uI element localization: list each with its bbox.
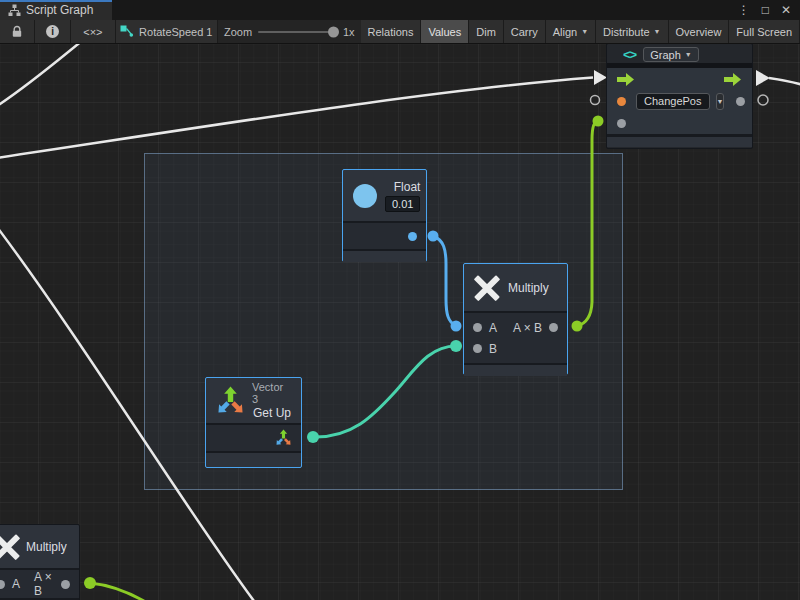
graph-icon [8,4,21,17]
port-result-label: A × B [513,321,542,335]
wire-white-from-graph-output[interactable] [769,78,800,85]
port-a[interactable] [473,323,482,332]
node-footer [464,365,567,376]
wire-endpoint-multiply2-result [84,577,96,589]
toolbar-button-carry[interactable]: Carry [504,20,546,43]
float-icon [353,184,377,208]
port-a-label: A [12,577,20,591]
toolbar-button-dim[interactable]: Dim [469,20,504,43]
unconnected-port-circle-right[interactable] [758,95,768,105]
wire-endpoint-multiply-b [450,340,462,352]
titlebar: Script Graph ⋮ □ ✕ [0,0,800,20]
window-menu-icon[interactable]: ⋮ [738,0,750,20]
float-value-input[interactable]: 0.01 [385,196,420,212]
wire-multiply-to-changepos[interactable] [577,121,598,326]
lock-icon [11,25,23,38]
breadcrumb-label: RotateSpeed 1 [139,26,212,38]
toolbar-button-relations[interactable]: Relations [361,20,422,43]
code-icon: <> [623,47,636,62]
event-input-port[interactable] [617,97,626,106]
multiply2-header: Multiply [0,525,79,568]
code-preview-button[interactable]: <×> [71,20,116,43]
vector3-header: Vector 3 Get Up [206,378,301,423]
port-a[interactable] [0,580,5,589]
float-output-port[interactable] [408,232,417,241]
wire-white-to-graph-input[interactable] [0,78,593,159]
wire-endpoint-changepos-port [593,116,604,127]
node-title: Multiply [508,281,549,295]
script-graph-window: Script Graph ⋮ □ ✕ i <×> Rotate [0,0,800,600]
graph-canvas[interactable]: <> Graph ▼ ChangePos ▼ [0,44,800,600]
close-icon[interactable]: ✕ [781,0,791,20]
unconnected-port-circle-left[interactable] [591,96,600,105]
value-input-port[interactable] [617,119,626,128]
multiply-x-icon [0,535,19,559]
wire-float-to-multiply-a[interactable] [433,236,456,326]
node-title: Multiply [26,540,67,554]
port-result-label: A × B [34,570,54,598]
value-output-port[interactable] [736,97,745,106]
code-tags-icon: <×> [83,26,102,38]
node-footer [343,251,426,262]
zoom-value: 1x [343,26,355,38]
port-result[interactable] [549,323,558,332]
toolbar-button-distribute[interactable]: Distribute▼ [596,20,668,43]
port-b[interactable] [473,344,482,353]
toolbar-button-values[interactable]: Values [421,20,469,43]
wire-endpoint-float-output [428,231,439,242]
zoom-slider[interactable] [258,31,337,33]
info-button[interactable]: i [35,20,71,43]
flow-output-arrowhead [756,70,770,86]
maximize-icon[interactable]: □ [762,0,769,20]
wire-white-topleft[interactable] [0,44,88,108]
zoom-slider-handle[interactable] [328,26,339,37]
vector3-axes-icon [216,385,245,417]
toolbar-buttons: Relations Values Dim Carry Align▼ Distri… [361,20,800,43]
wire-endpoint-multiply-a [451,321,462,332]
port-a-label: A [489,321,497,335]
toolbar-button-overview[interactable]: Overview [669,20,730,43]
wire-getup-to-multiply-b[interactable] [313,346,456,437]
node-multiply-2[interactable]: Multiply A A × B [0,524,80,600]
multiply-header: Multiply [464,264,567,311]
graph-io-body: ChangePos ▼ [607,63,752,134]
lock-button[interactable] [0,20,35,43]
active-tab-indicator [0,0,112,2]
graph-toolbar: i <×> RotateSpeed 1 Zoom 1x Relations Va… [0,20,800,44]
node-vector3-get-up[interactable]: Vector 3 Get Up [205,377,302,468]
tab-script-graph[interactable]: Script Graph [0,0,112,20]
port-b-label: B [489,342,497,356]
wire-endpoint-multiply-result [572,321,583,332]
window-controls: ⋮ □ ✕ [738,0,800,20]
graph-io-header: <> Graph ▼ [607,44,752,63]
node-graph-io[interactable]: <> Graph ▼ ChangePos ▼ [606,44,753,149]
breadcrumb[interactable]: RotateSpeed 1 [116,20,218,43]
float-header: Float 0.01 [343,170,426,221]
toolbar-button-fullscreen[interactable]: Full Screen [729,20,800,43]
port-result[interactable] [61,580,70,589]
node-title: Get Up [253,406,291,420]
node-type-label: Vector 3 [252,381,291,405]
info-icon: i [46,25,59,38]
node-title: Float [394,180,421,194]
wire-multiply2-result[interactable] [90,583,144,600]
tab-title: Script Graph [26,3,93,17]
zoom-label: Zoom [224,26,252,38]
chevron-down-icon: ▼ [685,51,692,58]
node-breadcrumb-icon [120,25,134,39]
vector3-output-port[interactable] [275,429,292,447]
zoom-control: Zoom 1x [218,20,361,43]
event-dropdown[interactable]: ChangePos [636,93,710,110]
node-multiply[interactable]: Multiply A A × B B [463,263,568,375]
graph-dropdown[interactable]: Graph ▼ [643,47,699,62]
multiply-x-icon [474,275,500,301]
node-footer [206,453,301,464]
event-dropdown-caret[interactable]: ▼ [716,93,725,110]
flow-input-arrow-icon[interactable] [617,73,635,86]
node-footer [607,134,752,147]
toolbar-button-align[interactable]: Align▼ [546,20,596,43]
wire-endpoint-getup-output [307,431,319,443]
flow-output-arrow-icon[interactable] [724,73,742,86]
node-float[interactable]: Float 0.01 [342,169,427,262]
